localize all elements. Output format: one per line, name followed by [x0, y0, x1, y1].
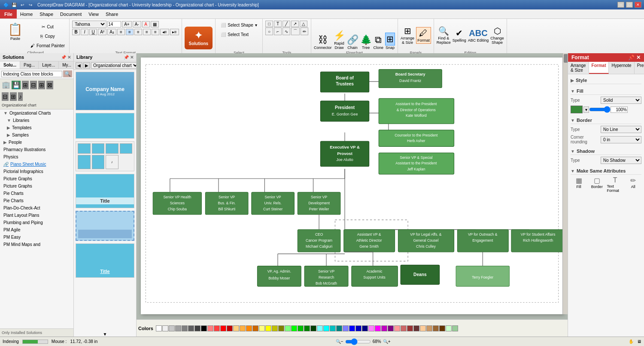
- line-tool[interactable]: ╱: [283, 21, 290, 27]
- cut-button[interactable]: ✂ Cut: [29, 22, 67, 31]
- rapid-draw-icon: ⚡: [334, 30, 345, 41]
- cut-icon: ✂: [42, 24, 45, 29]
- close-solutions-icon[interactable]: ✕: [67, 55, 71, 58]
- ellipse-tool[interactable]: ○: [265, 27, 273, 35]
- justify-btn[interactable]: ≡: [143, 29, 151, 35]
- font-style-row: B I U A² A₂ ≡ ≡ ≡ ≡ ≡ ◂≡ ▸≡: [72, 29, 179, 35]
- align-center-btn[interactable]: ≡: [126, 29, 134, 35]
- connector-tool[interactable]: ⌐: [274, 27, 282, 35]
- format-painter-button[interactable]: 🖌 Format Painter: [29, 41, 67, 50]
- italic-btn[interactable]: I: [81, 29, 88, 35]
- tree-button[interactable]: Tree: [362, 46, 370, 50]
- title-bar-controls: ─ □ ✕: [617, 2, 641, 8]
- curve-tool[interactable]: ∿: [283, 27, 290, 35]
- font-row: Tahoma A+ A- A ▦: [72, 21, 159, 28]
- indent-dec-btn[interactable]: ◂≡: [160, 29, 169, 35]
- subscript-btn[interactable]: A₂: [107, 29, 116, 35]
- canvas-scroll[interactable]: Board of Trustees President E. Gordon Ge…: [137, 53, 568, 58]
- pin-library-icon[interactable]: 📌: [124, 55, 129, 58]
- close-library-icon[interactable]: ✕: [130, 55, 134, 58]
- freehand-tool[interactable]: ✏: [301, 27, 308, 35]
- title-bar-icons: 🔷 💾 ↩ ↪: [3, 1, 34, 8]
- right-panel: Format 📌 ✕ Arrange & Size Format Hyperno…: [568, 53, 644, 58]
- spelling-icon: ✔: [456, 28, 463, 38]
- bold-btn[interactable]: B: [72, 29, 80, 35]
- paste-button[interactable]: 📋 Paste: [4, 21, 26, 42]
- title-bar: 🔷 💾 ↩ ↪ ConceptDraw DIAGRAM - [Organizat…: [0, 0, 644, 9]
- superscript-btn[interactable]: A²: [98, 29, 106, 35]
- clipboard-group: 📋 Paste ✂ Cut ⎘ Copy 🖌 Format Painter Cl…: [2, 19, 70, 57]
- minimize-btn[interactable]: ─: [617, 2, 624, 8]
- snap-icon: ⊞: [385, 33, 395, 46]
- rapid-draw-button[interactable]: RapidDraw: [334, 41, 344, 50]
- select-text-icon: ⬜: [221, 32, 226, 37]
- document-menu[interactable]: Document: [57, 9, 85, 18]
- arrow-tool[interactable]: ↗: [291, 21, 299, 27]
- title-bar-left: 🔷 💾 ↩ ↪ ConceptDraw DIAGRAM - [Organizat…: [3, 1, 259, 8]
- underline-btn[interactable]: U: [89, 29, 97, 35]
- view-menu[interactable]: View: [85, 9, 102, 18]
- snap-button[interactable]: Snap: [386, 46, 395, 50]
- select-text-button[interactable]: ⬜ Select Text: [219, 30, 250, 39]
- text-highlight-btn[interactable]: ▦: [151, 21, 159, 27]
- format-painter-icon: 🖌: [30, 43, 35, 48]
- tree-icon: 🌲: [360, 34, 372, 46]
- save-icon[interactable]: 💾: [11, 1, 18, 8]
- align-right-btn[interactable]: ≡: [134, 29, 142, 35]
- select-shape-icon: ⬜: [221, 23, 226, 27]
- angle-tool[interactable]: ⌒: [291, 27, 300, 35]
- font-decrease-btn[interactable]: A-: [133, 21, 141, 27]
- font-increase-btn[interactable]: A+: [122, 21, 132, 27]
- select-shape-chevron: ▾: [255, 23, 257, 27]
- home-menu[interactable]: Home: [17, 9, 36, 18]
- tools-group: □ T ╱ ↗ △ ○ ⌐ ∿ ⌒ ✏ Tools: [263, 19, 311, 57]
- paste-icon: 📋: [8, 22, 23, 36]
- copy-button[interactable]: ⎘ Copy: [29, 32, 67, 40]
- rect-tool[interactable]: □: [265, 21, 273, 27]
- chain-button[interactable]: Chain: [347, 46, 358, 50]
- find-replace-icon: 🔍: [438, 26, 449, 36]
- text-tool[interactable]: T: [274, 21, 282, 27]
- font-size-input[interactable]: [107, 21, 121, 27]
- shape-menu[interactable]: Shape: [36, 9, 57, 18]
- spelling-button[interactable]: Spelling: [453, 38, 466, 42]
- editing-group: 🔍 Find &Replace ✔ Spelling ABC ABC Editi…: [434, 19, 507, 57]
- clone-icon: ⧉: [375, 34, 382, 46]
- align-left-btn[interactable]: ≡: [117, 29, 125, 35]
- maximize-btn[interactable]: □: [626, 2, 633, 8]
- pin-icon[interactable]: 📌: [61, 55, 66, 58]
- abc-editing-icon: ABC: [469, 28, 487, 38]
- arrange-size-button[interactable]: Arrange& Size: [401, 36, 414, 45]
- close-format-icon[interactable]: ✕: [636, 55, 641, 58]
- app-icon: 🔷: [3, 1, 9, 8]
- file-menu[interactable]: File: [0, 9, 17, 18]
- pin-format-icon[interactable]: 📌: [628, 55, 635, 58]
- clone-button[interactable]: Clone: [374, 46, 384, 50]
- poly-tool[interactable]: △: [300, 21, 307, 27]
- menu-bar: File Home Shape Document View Share: [0, 9, 644, 19]
- change-shape-button[interactable]: ChangeShape: [490, 36, 504, 45]
- flowchart-group: ⛓ Connector ⚡ RapidDraw 🔗 Chain 🌲 Tree ⧉…: [311, 19, 398, 57]
- abc-editing-button[interactable]: ABC Editing: [468, 38, 489, 42]
- font-color-btn[interactable]: A: [142, 21, 150, 27]
- vertical-scrollbar[interactable]: [562, 53, 568, 58]
- justify2-btn[interactable]: ≡: [152, 29, 159, 35]
- format-ribbon-button[interactable]: Format: [417, 38, 430, 42]
- ribbon: 📋 Paste ✂ Cut ⎘ Copy 🖌 Format Painter Cl…: [0, 19, 644, 58]
- close-btn[interactable]: ✕: [635, 2, 641, 8]
- font-select[interactable]: Tahoma: [72, 21, 106, 28]
- share-menu[interactable]: Share: [102, 9, 122, 18]
- solutions-button[interactable]: ✦ Solutions: [185, 27, 213, 49]
- indent-inc-btn[interactable]: ▸≡: [170, 29, 179, 35]
- undo-icon[interactable]: ↩: [19, 1, 26, 8]
- change-shape-icon: ⬡: [494, 26, 501, 36]
- connector-button[interactable]: Connector: [314, 46, 332, 50]
- solutions-group: ✦ Solutions: [182, 19, 216, 57]
- panels-group: ⊞ Arrange& Size 🖊 Format Panels: [398, 19, 434, 57]
- find-replace-button[interactable]: Find &Replace: [437, 36, 451, 45]
- format-header-controls: 📌 ✕: [628, 55, 641, 58]
- select-shape-button[interactable]: ⬜ Select Shape ▾: [219, 21, 259, 29]
- copy-icon: ⎘: [40, 34, 43, 39]
- redo-icon[interactable]: ↪: [27, 1, 34, 8]
- chain-icon: 🔗: [347, 34, 358, 46]
